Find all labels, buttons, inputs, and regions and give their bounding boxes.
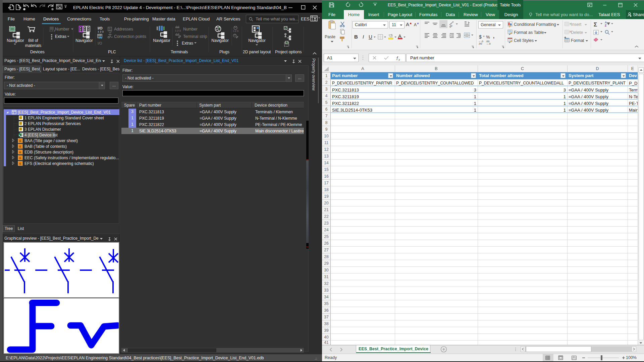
svg-text:10: 10 bbox=[109, 29, 111, 31]
svg-text:I/O: I/O bbox=[98, 26, 103, 30]
svg-text:&: & bbox=[19, 156, 21, 160]
svg-text:I: I bbox=[363, 34, 364, 40]
svg-text:B: B bbox=[354, 34, 358, 40]
svg-text:&: & bbox=[19, 145, 21, 148]
svg-text:x: x bbox=[19, 134, 20, 137]
svg-text:x: x bbox=[398, 58, 400, 61]
svg-text:U: U bbox=[369, 34, 372, 40]
svg-text:1 2 3: 1 2 3 bbox=[175, 29, 181, 32]
svg-text:%: % bbox=[486, 35, 490, 40]
svg-text:Σ: Σ bbox=[594, 21, 597, 28]
svg-text:,: , bbox=[493, 33, 494, 39]
svg-text:&: & bbox=[19, 139, 21, 142]
svg-text:ab: ab bbox=[448, 24, 453, 28]
svg-text:Z: Z bbox=[605, 24, 606, 27]
svg-text:1 2 3: 1 2 3 bbox=[233, 30, 238, 32]
svg-text:&: & bbox=[19, 150, 21, 154]
svg-text:$: $ bbox=[479, 34, 482, 40]
svg-text:&: & bbox=[19, 162, 21, 165]
svg-text:1 2 3: 1 2 3 bbox=[98, 30, 104, 33]
svg-text:.00: .00 bbox=[478, 42, 482, 45]
svg-text:1 2 3: 1 2 3 bbox=[49, 29, 55, 32]
svg-text:I/O: I/O bbox=[98, 42, 102, 45]
svg-text:→.0: →.0 bbox=[486, 42, 491, 45]
svg-text:I/O: I/O bbox=[99, 36, 102, 39]
